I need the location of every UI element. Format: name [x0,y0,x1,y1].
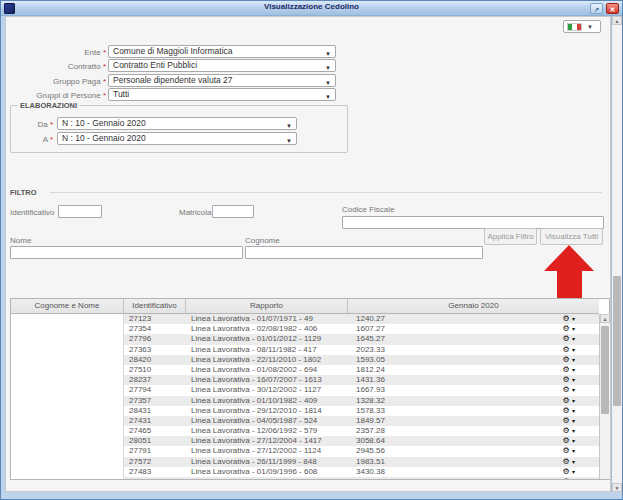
row-actions-menu[interactable]: ⚙ ▾ [563,406,575,416]
cell-rapporto: Linea Lavorativa - 12/06/1992 - 579 [186,426,348,436]
nome-input[interactable] [10,246,243,259]
gear-icon[interactable]: ⚙ [563,446,570,455]
cell-identificativo: 28431 [124,406,186,416]
contratto-select[interactable]: Contratto Enti Pubblici▼ [108,59,336,72]
gruppo-paga-select[interactable]: Personale dipendente valuta 27▼ [108,74,336,87]
table-row[interactable]: 27510 Linea Lavorativa - 01/08/2002 - 69… [11,365,599,375]
gear-icon[interactable]: ⚙ [563,457,570,466]
gear-icon[interactable]: ⚙ [563,416,570,425]
gear-icon[interactable]: ⚙ [563,345,570,354]
row-actions-menu[interactable]: ⚙ ▾ [563,426,575,436]
nome-label: Nome [10,236,31,245]
table-row[interactable]: 27794 Linea Lavorativa - 30/12/2002 - 11… [11,385,599,395]
table-row[interactable]: 27123 Linea Lavorativa - 01/07/1971 - 49… [11,314,599,324]
chevron-down-icon: ▼ [325,49,331,58]
matricola-input[interactable] [212,205,254,218]
cell-identificativo: 27572 [124,457,186,467]
amount-value: 3430.38 [356,467,385,476]
table-row[interactable]: 27426 Linea Lavorativa - 15/09/1987 - 53… [11,477,599,479]
table-row[interactable]: 27572 Linea Lavorativa - 26/11/1999 - 84… [11,457,599,467]
gear-icon[interactable]: ⚙ [563,334,570,343]
column-header-gennaio-2020[interactable]: Gennaio 2020 [348,299,599,313]
table-scrollbar-thumb[interactable] [601,326,609,414]
cell-gennaio-2020: 1240.27 ⚙ ▾ [348,314,599,324]
chevron-down-icon: ▾ [572,418,575,424]
row-actions-menu[interactable]: ⚙ ▾ [563,355,575,365]
cell-identificativo: 27426 [124,477,186,479]
row-actions-menu[interactable]: ⚙ ▾ [563,385,575,395]
gear-icon[interactable]: ⚙ [563,324,570,333]
row-actions-menu[interactable]: ⚙ ▾ [563,375,575,385]
cell-identificativo: 28420 [124,355,186,365]
gear-icon[interactable]: ⚙ [563,385,570,394]
gear-icon[interactable]: ⚙ [563,426,570,435]
row-actions-menu[interactable]: ⚙ ▾ [563,446,575,456]
gear-icon[interactable]: ⚙ [563,477,570,479]
cell-gennaio-2020: 1849.57 ⚙ ▾ [348,416,599,426]
row-actions-menu[interactable]: ⚙ ▾ [563,457,575,467]
row-actions-menu[interactable]: ⚙ ▾ [563,467,575,477]
window-scrollbar[interactable]: ▲ ▼ [611,16,622,492]
gear-icon[interactable]: ⚙ [563,467,570,476]
row-actions-menu[interactable]: ⚙ ▾ [563,345,575,355]
table-row[interactable]: 27796 Linea Lavorativa - 01/01/2012 - 11… [11,334,599,344]
elaborazioni-fieldset: ELABORAZIONI Da * N : 10 - Gennaio 2020▼… [10,105,348,153]
row-actions-menu[interactable]: ⚙ ▾ [563,365,575,375]
table-row[interactable]: 28051 Linea Lavorativa - 27/12/2004 - 14… [11,436,599,446]
amount-value: 1849.57 [356,416,385,425]
table-row[interactable]: 27791 Linea Lavorativa - 27/12/2002 - 11… [11,446,599,456]
gear-icon[interactable]: ⚙ [563,355,570,364]
cell-identificativo: 27465 [124,426,186,436]
table-row[interactable]: 27431 Linea Lavorativa - 04/05/1987 - 52… [11,416,599,426]
elaborazione-a-select[interactable]: N : 10 - Gennaio 2020▼ [57,132,297,145]
gear-icon[interactable]: ⚙ [563,396,570,405]
gear-icon[interactable]: ⚙ [563,314,570,323]
matricola-label: Matricola [179,208,211,217]
table-row[interactable]: 28237 Linea Lavorativa - 16/07/2007 - 16… [11,375,599,385]
row-actions-menu[interactable]: ⚙ ▾ [563,334,575,344]
row-actions-menu[interactable]: ⚙ ▾ [563,396,575,406]
language-select[interactable]: ▼ [563,20,601,33]
column-header-rapporto[interactable]: Rapporto [186,299,348,313]
table-row[interactable]: 27483 Linea Lavorativa - 01/09/1996 - 60… [11,467,599,477]
row-actions-menu[interactable]: ⚙ ▾ [563,416,575,426]
restore-window-button[interactable]: ↗ [590,3,603,14]
cell-identificativo: 27354 [124,324,186,334]
table-row[interactable]: 28431 Linea Lavorativa - 29/12/2010 - 18… [11,406,599,416]
cognome-input[interactable] [245,246,483,259]
close-window-button[interactable]: ✕ [606,3,619,14]
row-actions-menu[interactable]: ⚙ ▾ [563,324,575,334]
table-row[interactable]: 27363 Linea Lavorativa - 08/11/1982 - 41… [11,345,599,355]
row-actions-menu[interactable]: ⚙ ▾ [563,314,575,324]
gear-icon[interactable]: ⚙ [563,436,570,445]
cell-gennaio-2020: 2023.33 ⚙ ▾ [348,345,599,355]
scroll-down-icon[interactable]: ▼ [612,483,622,492]
table-scrollbar[interactable]: ▲ [599,314,610,479]
gear-icon[interactable]: ⚙ [563,375,570,384]
table-row[interactable]: 28420 Linea Lavorativa - 22/11/2010 - 18… [11,355,599,365]
identificativo-input[interactable] [58,205,102,218]
cell-identificativo: 27123 [124,314,186,324]
cell-identificativo: 27363 [124,345,186,355]
column-header-cognome-e-nome[interactable]: Cognome e Nome [11,299,124,313]
scroll-up-icon[interactable]: ▲ [600,314,610,323]
table-row[interactable]: 27357 Linea Lavorativa - 01/10/1982 - 40… [11,396,599,406]
gruppi-di-persone-select[interactable]: Tutti▼ [108,88,336,101]
chevron-down-icon: ▼ [587,24,593,30]
cell-rapporto: Linea Lavorativa - 22/11/2010 - 1802 [186,355,348,365]
applica-filtro-button[interactable]: Applica Filtro [484,228,537,245]
gear-icon[interactable]: ⚙ [563,365,570,374]
window-scrollbar-thumb[interactable] [613,276,621,406]
title-bar[interactable]: Visualizzazione Cedolino ↗ ✕ [1,1,622,16]
gear-icon[interactable]: ⚙ [563,406,570,415]
table-row[interactable]: 27354 Linea Lavorativa - 02/08/1982 - 40… [11,324,599,334]
table-row[interactable]: 27465 Linea Lavorativa - 12/06/1992 - 57… [11,426,599,436]
identificativo-label: Identificativo [10,208,54,217]
ente-select[interactable]: Comune di Maggioli Informatica▼ [108,45,336,58]
row-actions-menu[interactable]: ⚙ ▾ [563,477,575,479]
scroll-up-icon[interactable]: ▲ [612,16,622,25]
column-header-identificativo[interactable]: Identificativo [124,299,186,313]
row-actions-menu[interactable]: ⚙ ▾ [563,436,575,446]
visualizza-tutti-button[interactable]: Visualizza Tutti [540,228,603,245]
elaborazione-da-select[interactable]: N : 10 - Gennaio 2020▼ [57,117,297,130]
